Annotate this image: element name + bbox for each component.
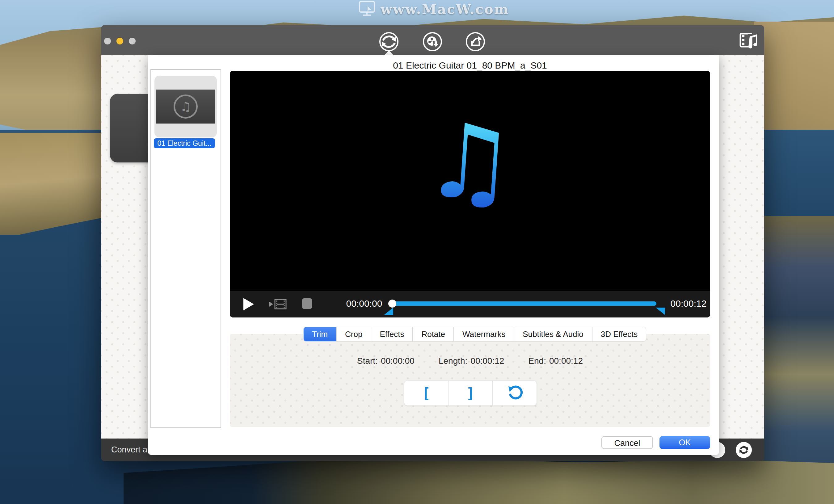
trim-start: Start: 00:00:00 <box>357 356 415 366</box>
trim-start-handle[interactable] <box>384 308 393 315</box>
filmstrip-note-icon[interactable] <box>739 31 758 49</box>
trim-end: End: 00:00:12 <box>528 356 583 366</box>
trim-end-value: 00:00:12 <box>549 356 583 366</box>
convert-all-label: Convert all <box>111 439 151 461</box>
set-end-glyph: ] <box>466 385 475 401</box>
wallpaper-shore-right <box>757 216 834 504</box>
trim-times: Start: 00:00:00 Length: 00:00:12 End: 00… <box>230 356 710 366</box>
edit-dialog: 01 Electric Guitar 01_80 BPM_a_S01 ♫ 01 … <box>148 55 719 455</box>
trim-length-value: 00:00:12 <box>470 356 504 366</box>
convert-icon[interactable] <box>378 31 400 52</box>
minimize-button[interactable] <box>116 38 123 44</box>
music-note-icon: ♫ <box>180 101 191 113</box>
screen: www.MacW.com <box>0 0 834 504</box>
total-time: 00:00:12 <box>665 298 710 309</box>
watermark: www.MacW.com <box>358 1 509 18</box>
file-thumbnail[interactable]: ♫ <box>154 76 217 137</box>
video-preview: ♫ 00:00:00 <box>230 71 710 317</box>
current-time: 00:00:00 <box>344 298 384 309</box>
tab-3d-effects[interactable]: 3D Effects <box>592 327 646 341</box>
watermark-text: www.MacW.com <box>380 2 509 17</box>
zoom-button[interactable] <box>129 38 136 44</box>
tab-rotate[interactable]: Rotate <box>413 327 454 341</box>
reset-icon <box>507 385 523 402</box>
monitor-icon <box>358 1 376 18</box>
tab-subtitles-audio[interactable]: Subtitles & Audio <box>514 327 592 341</box>
file-label-selected[interactable]: 01 Electric Guit... <box>154 138 215 148</box>
play-button[interactable] <box>243 298 254 310</box>
titlebar[interactable] <box>101 25 764 55</box>
set-start-button[interactable]: [ <box>404 381 448 406</box>
trim-end-handle[interactable] <box>656 308 665 315</box>
trim-length-label: Length: <box>439 356 467 366</box>
file-thumbnail-preview: ♫ <box>156 90 215 124</box>
progress-bar[interactable] <box>391 301 656 306</box>
file-list-panel: ♫ 01 Electric Guit... <box>150 69 221 428</box>
next-frame-button[interactable] <box>269 297 288 311</box>
audio-note-icon: ♫ <box>230 111 710 213</box>
cancel-button[interactable]: Cancel <box>601 436 653 449</box>
trim-panel: Start: 00:00:00 Length: 00:00:12 End: 00… <box>230 334 710 427</box>
share-icon[interactable] <box>465 31 486 52</box>
reset-trim-button[interactable] <box>493 381 536 406</box>
tab-trim[interactable]: Trim <box>304 327 337 341</box>
tab-crop[interactable]: Crop <box>337 327 371 341</box>
player-controls: 00:00:00 00:00:12 <box>230 291 710 317</box>
convert-circle-icon[interactable] <box>736 442 752 458</box>
stop-button[interactable] <box>302 298 312 309</box>
close-button[interactable] <box>104 38 111 44</box>
toolbar-pointer <box>384 50 394 56</box>
set-start-glyph: [ <box>422 385 431 401</box>
ok-button[interactable]: OK <box>659 436 710 449</box>
wallpaper-rocks-bottom <box>124 460 834 504</box>
trim-length: Length: 00:00:12 <box>439 356 504 366</box>
tab-effects[interactable]: Effects <box>371 327 413 341</box>
trim-tools: [ ] <box>404 381 536 406</box>
set-end-button[interactable]: ] <box>448 381 493 406</box>
playhead-knob[interactable] <box>388 300 396 308</box>
media-title: 01 Electric Guitar 01_80 BPM_a_S01 <box>230 60 710 71</box>
edit-tabs: Trim Crop Effects Rotate Watermarks Subt… <box>304 327 646 341</box>
trim-start-label: Start: <box>357 356 378 366</box>
app-window: Convert all 01 Electric Guitar 01_80 BPM… <box>101 25 764 461</box>
audio-circle-icon: ♫ <box>174 94 198 118</box>
trim-end-label: End: <box>528 356 546 366</box>
media-download-icon[interactable] <box>422 31 443 52</box>
trim-start-value: 00:00:00 <box>381 356 415 366</box>
tab-watermarks[interactable]: Watermarks <box>454 327 514 341</box>
